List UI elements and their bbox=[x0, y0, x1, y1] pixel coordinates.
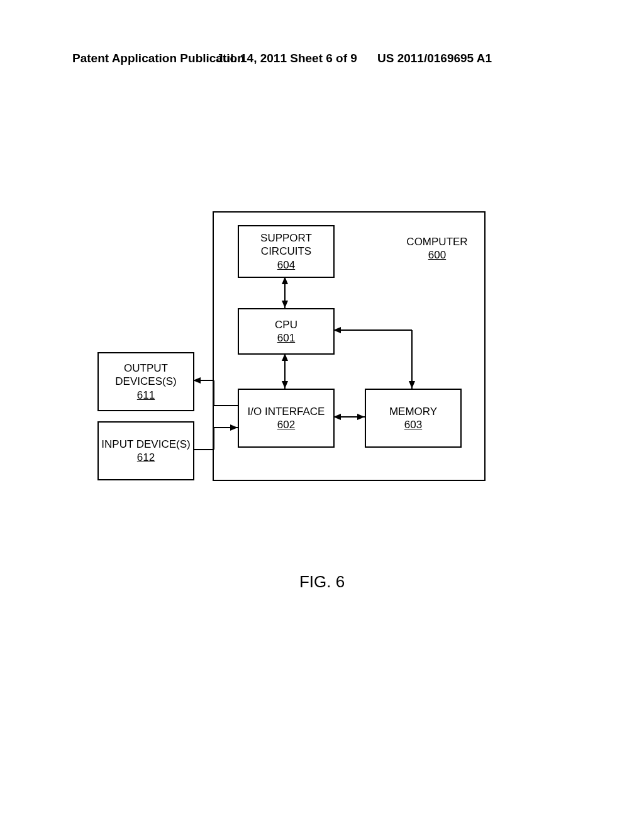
cpu-ref: 601 bbox=[277, 331, 295, 345]
cpu-title: CPU bbox=[275, 318, 297, 331]
memory-ref: 603 bbox=[404, 418, 422, 431]
support-circuits-ref: 604 bbox=[277, 258, 295, 272]
computer-title: COMPUTER bbox=[390, 235, 484, 248]
block-memory: MEMORY 603 bbox=[365, 389, 462, 448]
block-output-devices: OUTPUT DEVICES(S) 611 bbox=[97, 352, 194, 411]
page: Patent Application Publication Jul. 14, … bbox=[0, 0, 644, 830]
output-devices-ref: 611 bbox=[137, 389, 155, 402]
computer-ref: 600 bbox=[390, 248, 484, 262]
io-interface-ref: 602 bbox=[277, 418, 295, 431]
input-devices-ref: 612 bbox=[137, 451, 155, 464]
output-devices-title: OUTPUT DEVICES(S) bbox=[99, 362, 193, 389]
block-computer-label: COMPUTER 600 bbox=[390, 235, 484, 262]
block-input-devices: INPUT DEVICE(S) 612 bbox=[97, 421, 194, 480]
diagram-canvas: COMPUTER 600 SUPPORT CIRCUITS 604 CPU 60… bbox=[0, 0, 644, 830]
figure-caption: FIG. 6 bbox=[0, 572, 644, 592]
memory-title: MEMORY bbox=[389, 405, 437, 418]
block-support-circuits: SUPPORT CIRCUITS 604 bbox=[238, 225, 335, 278]
io-interface-title: I/O INTERFACE bbox=[248, 405, 325, 418]
block-cpu: CPU 601 bbox=[238, 308, 335, 355]
block-io-interface: I/O INTERFACE 602 bbox=[238, 389, 335, 448]
support-circuits-title: SUPPORT CIRCUITS bbox=[239, 231, 333, 258]
input-devices-title: INPUT DEVICE(S) bbox=[101, 438, 190, 451]
